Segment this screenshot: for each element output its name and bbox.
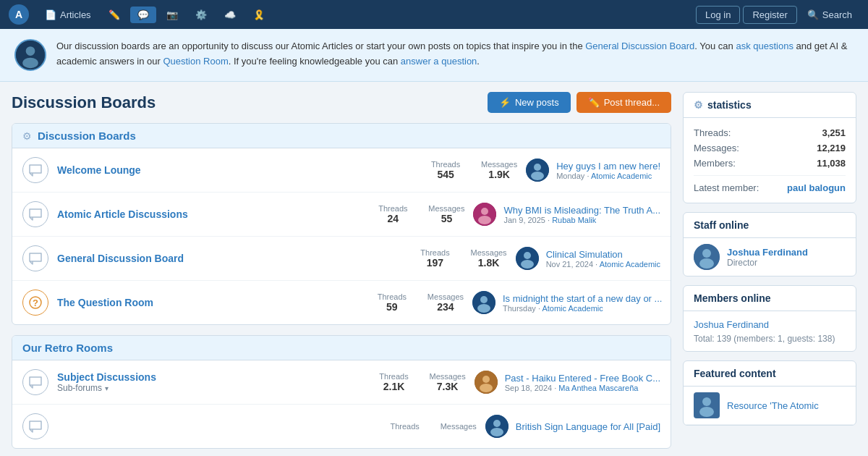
latest-author-general[interactable]: Atomic Academic [600, 260, 660, 269]
members-total: Total: 139 (members: 1, guests: 138) [694, 334, 846, 344]
post-thread-button[interactable]: ✏️ Post thread... [576, 92, 671, 113]
svg-point-25 [699, 258, 714, 269]
forum-row-atomic-articles: Atomic Article Discussions Threads 24 Me… [12, 193, 671, 237]
forum-name-question[interactable]: The Question Room [57, 297, 153, 308]
svg-text:?: ? [33, 297, 38, 308]
info-text: Our discussion boards are an opportunity… [56, 39, 854, 69]
forum-name-general[interactable]: General Discussion Board [57, 253, 184, 264]
forum-info-general: General Discussion Board [57, 253, 408, 264]
latest-title-welcome[interactable]: Hey guys I am new here! [556, 161, 660, 172]
latest-author-subject[interactable]: Ma Anthea Mascareña [558, 384, 638, 392]
staff-online-card: Staff online Joshua Ferdinand Director [683, 212, 856, 276]
svg-point-22 [490, 428, 503, 436]
login-button[interactable]: Log in [696, 6, 740, 24]
register-button[interactable]: Register [743, 6, 796, 24]
stat-threads-bsl: Threads [387, 422, 423, 431]
forum-icon-question: ? [22, 290, 48, 316]
latest-author-question[interactable]: Atomic Academic [542, 304, 603, 313]
stat-messages-question: Messages 234 [427, 292, 464, 313]
latest-member-link[interactable]: paul balogun [787, 182, 846, 193]
svg-point-18 [482, 376, 490, 383]
featured-title-link[interactable]: Resource 'The Atomic [727, 400, 819, 411]
forum-latest-welcome: Hey guys I am new here! Monday · Atomic … [526, 159, 660, 182]
latest-info-general: Clinical Simulation Nov 21, 2024 · Atomi… [546, 248, 660, 269]
svg-point-21 [493, 420, 501, 427]
stat-threads-welcome: Threads 545 [427, 160, 464, 180]
latest-title-general[interactable]: Clinical Simulation [546, 249, 623, 260]
latest-title-atomic[interactable]: Why BMI is Misleading: The Truth A... [503, 205, 660, 216]
staff-name-joshua[interactable]: Joshua Ferdinand [727, 247, 808, 258]
staff-online-header: Staff online [684, 213, 856, 238]
lightning-icon: ⚡ [499, 97, 511, 108]
statistics-body: Threads: 3,251 Messages: 12,219 Members:… [684, 118, 856, 203]
nav-discussions[interactable]: 💬 [130, 7, 156, 23]
ask-questions-link[interactable]: ask questions [736, 41, 793, 51]
stat-threads-general: Threads 197 [417, 248, 453, 269]
nav-ribbon[interactable]: 🎗️ [246, 7, 272, 23]
staff-info-joshua: Joshua Ferdinand Director [727, 246, 808, 268]
section-header-retro: Our Retro Rooms [12, 336, 671, 360]
svg-point-24 [702, 249, 711, 258]
svg-point-16 [477, 304, 490, 313]
main-layout: Discussion Boards ⚡ New posts ✏️ Post th… [0, 82, 868, 456]
section-title-discussions[interactable]: Discussion Boards [38, 130, 136, 142]
latest-title-subject[interactable]: Past - Haiku Entered - Free Book C... [505, 373, 660, 384]
forum-stats-atomic: Threads 24 Messages 55 [375, 204, 464, 224]
forum-name-atomic[interactable]: Atomic Article Discussions [57, 208, 188, 220]
svg-point-7 [481, 208, 488, 215]
search-nav[interactable]: 🔍 Search [800, 7, 859, 23]
members-online-card: Members online Joshua Ferdinand Total: 1… [683, 285, 856, 352]
stat-row-threads: Threads: 3,251 [694, 125, 846, 140]
forum-stats-general: Threads 197 Messages 1.8K [417, 248, 506, 269]
header-buttons: ⚡ New posts ✏️ Post thread... [488, 92, 671, 113]
latest-info-atomic: Why BMI is Misleading: The Truth A... Ja… [503, 204, 660, 224]
online-member-link[interactable]: Joshua Ferdinand [694, 319, 769, 330]
latest-info-question: Is midnight the start of a new day or ..… [503, 292, 660, 313]
section-gear-icon: ⚙ [22, 130, 32, 142]
latest-title-question[interactable]: Is midnight the start of a new day or ..… [503, 293, 662, 304]
page-header: Discussion Boards ⚡ New posts ✏️ Post th… [12, 92, 671, 113]
members-online-body: Joshua Ferdinand Total: 139 (members: 1,… [684, 311, 856, 351]
nav-settings[interactable]: ⚙️ [188, 7, 214, 23]
section-title-retro[interactable]: Our Retro Rooms [22, 342, 113, 354]
stats-gear-icon: ⚙ [694, 99, 703, 111]
main-content: Discussion Boards ⚡ New posts ✏️ Post th… [12, 92, 671, 456]
featured-content-header: Featured content [684, 361, 856, 387]
forum-name-welcome[interactable]: Welcome Lounge [57, 164, 141, 176]
svg-point-2 [22, 58, 38, 69]
forum-info-subject: Subject Discussions Sub-forums ▾ [57, 371, 367, 393]
search-icon: 🔍 [807, 9, 819, 20]
nav-camera[interactable]: 📷 [159, 7, 185, 23]
latest-author-welcome[interactable]: Atomic Academic [591, 172, 652, 180]
stat-threads-question: Threads 59 [374, 292, 410, 313]
staff-avatar-joshua [694, 244, 720, 270]
forum-subforums: Sub-forums ▾ [57, 383, 367, 393]
statistics-header: ⚙ statistics [684, 93, 856, 118]
stat-messages-subject: Messages 7.3K [430, 372, 466, 392]
navbar: A 📄 Articles ✏️ 💬 📷 ⚙️ ☁️ 🎗️ Log in Regi… [0, 0, 868, 29]
forum-name-subject[interactable]: Subject Discussions [57, 371, 156, 383]
forum-info-question: The Question Room [57, 297, 365, 308]
forum-icon-general [22, 245, 48, 271]
cloud-icon: ☁️ [224, 9, 236, 20]
latest-author-atomic[interactable]: Rubab Malik [552, 216, 596, 224]
answer-question-link[interactable]: answer a question [401, 56, 477, 67]
nav-cloud[interactable]: ☁️ [217, 7, 243, 23]
retro-rooms-section: Our Retro Rooms Subject Discussions Sub-… [12, 335, 671, 449]
general-discussion-link[interactable]: General Discussion Board [585, 41, 694, 51]
stat-threads-atomic: Threads 24 [375, 204, 411, 224]
latest-avatar-atomic [473, 203, 496, 226]
nav-pen[interactable]: ✏️ [101, 7, 127, 23]
nav-articles[interactable]: 📄 Articles [38, 7, 98, 23]
question-room-link[interactable]: Question Room [163, 56, 228, 67]
forum-row-subject: Subject Discussions Sub-forums ▾ Threads… [12, 360, 671, 405]
subforum-dropdown-icon[interactable]: ▾ [105, 384, 109, 392]
new-posts-button[interactable]: ⚡ New posts [488, 92, 571, 113]
avatar [14, 39, 46, 71]
svg-point-5 [531, 172, 544, 180]
page-title: Discussion Boards [12, 93, 156, 112]
latest-title-bsl[interactable]: British Sign Language for All [Paid] [516, 421, 660, 432]
site-logo[interactable]: A [9, 4, 29, 25]
stat-threads-subject: Threads 2.1K [376, 372, 412, 392]
forum-info-welcome: Welcome Lounge [57, 164, 419, 176]
